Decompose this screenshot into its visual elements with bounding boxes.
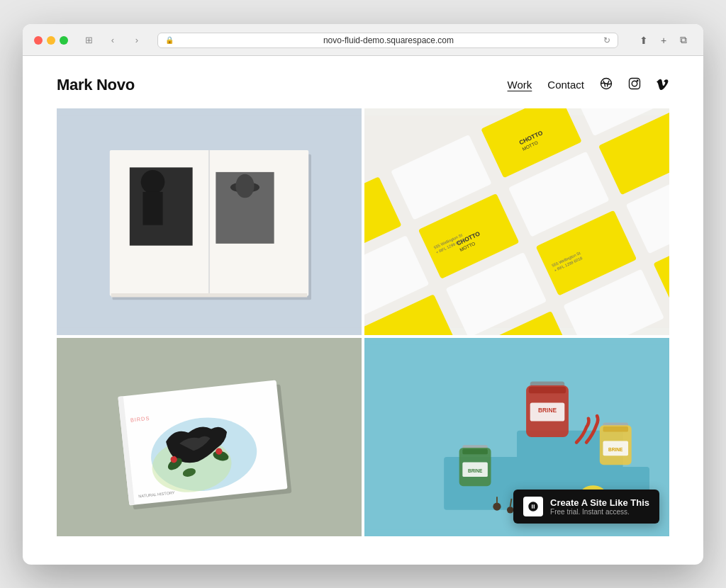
browser-chrome: ⊞ ‹ › 🔒 novo-fluid-demo.squarespace.com … <box>23 24 703 56</box>
vimeo-icon[interactable] <box>657 77 669 93</box>
cta-subtitle: Free trial. Instant access. <box>550 508 649 516</box>
svg-rect-10 <box>143 191 163 225</box>
share-button[interactable]: ⬆ <box>635 33 652 47</box>
forward-button[interactable]: › <box>128 33 146 47</box>
nav-work[interactable]: Work <box>508 79 532 91</box>
sidebar-toggle-button[interactable]: ⊞ <box>79 33 98 47</box>
lock-icon: 🔒 <box>165 36 174 44</box>
portfolio-item-1[interactable] <box>57 108 362 335</box>
cta-title: Create A Site Like This <box>550 497 649 508</box>
svg-rect-14 <box>111 293 308 297</box>
cta-banner[interactable]: Create A Site Like This Free trial. Inst… <box>513 490 659 524</box>
tab-overview-button[interactable]: ⧉ <box>675 33 692 47</box>
svg-point-3 <box>637 80 638 81</box>
address-bar[interactable]: 🔒 novo-fluid-demo.squarespace.com ↻ <box>157 33 618 48</box>
site-header: Mark Novo Work Contact <box>23 56 703 108</box>
portfolio-item-4[interactable]: BRINE BRINE BRINE <box>364 338 669 536</box>
svg-rect-71 <box>462 448 488 453</box>
svg-point-76 <box>507 507 513 513</box>
svg-text:BRINE: BRINE <box>468 468 483 473</box>
svg-text:BRINE: BRINE <box>538 407 557 414</box>
reload-button[interactable]: ↻ <box>603 35 610 45</box>
traffic-lights <box>34 36 68 45</box>
svg-text:BRINE: BRINE <box>608 446 623 451</box>
portfolio-item-2[interactable]: CHOTTO MOTTO CHOTTO MOTTO CHOTTO MOTTO 5… <box>364 108 669 335</box>
maximize-button[interactable] <box>60 36 68 45</box>
portfolio-grid: CHOTTO MOTTO CHOTTO MOTTO CHOTTO MOTTO 5… <box>57 108 669 536</box>
svg-point-13 <box>235 174 254 198</box>
cta-text-block: Create A Site Like This Free trial. Inst… <box>550 497 649 516</box>
new-tab-button[interactable]: + <box>655 33 672 47</box>
browser-actions: ⬆ + ⧉ <box>635 33 692 47</box>
page-content: Mark Novo Work Contact <box>23 56 703 536</box>
portfolio-item-3[interactable]: BIRDS NATURAL HISTORY <box>57 338 362 536</box>
svg-point-9 <box>141 170 165 194</box>
instagram-icon[interactable] <box>628 77 641 93</box>
site-nav: Work Contact <box>508 77 669 93</box>
minimize-button[interactable] <box>47 36 55 45</box>
browser-window: ⊞ ‹ › 🔒 novo-fluid-demo.squarespace.com … <box>23 24 703 565</box>
nav-contact[interactable]: Contact <box>547 79 584 91</box>
svg-rect-66 <box>603 426 629 431</box>
svg-point-2 <box>632 81 637 86</box>
url-text: novo-fluid-demo.squarespace.com <box>178 35 599 45</box>
site-logo[interactable]: Mark Novo <box>57 76 135 94</box>
squarespace-icon <box>523 497 543 516</box>
svg-rect-61 <box>529 386 566 392</box>
svg-rect-1 <box>630 78 640 89</box>
back-button[interactable]: ‹ <box>104 33 122 47</box>
svg-point-75 <box>493 502 501 510</box>
dribbble-icon[interactable] <box>600 77 613 93</box>
close-button[interactable] <box>34 36 43 45</box>
